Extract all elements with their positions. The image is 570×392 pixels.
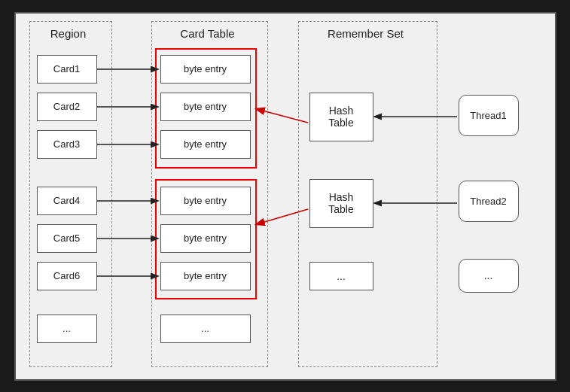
thread-ellipsis: ...	[459, 259, 519, 293]
thread1: Thread1	[459, 95, 519, 136]
hash-table-1: HashTable	[309, 93, 373, 141]
card-ellipsis: ...	[37, 315, 97, 343]
hash-table-2: HashTable	[309, 179, 373, 228]
byte-entry-5: byte entry	[160, 224, 251, 253]
card5: Card5	[37, 224, 97, 253]
card2: Card2	[37, 93, 97, 121]
diagram: Region Card Table Remember Set Card1 Car…	[14, 12, 556, 381]
byte-entry-2: byte entry	[160, 93, 251, 121]
card4: Card4	[37, 187, 97, 215]
card6: Card6	[37, 262, 97, 290]
remember-set-ellipsis: ...	[309, 262, 373, 290]
byte-entry-3: byte entry	[160, 130, 251, 159]
byte-entry-ellipsis: ...	[160, 315, 251, 343]
byte-entry-1: byte entry	[160, 55, 251, 84]
card3: Card3	[37, 130, 97, 159]
byte-entry-6: byte entry	[160, 262, 251, 290]
byte-entry-4: byte entry	[160, 187, 251, 215]
thread2: Thread2	[459, 181, 519, 222]
card1: Card1	[37, 55, 97, 84]
